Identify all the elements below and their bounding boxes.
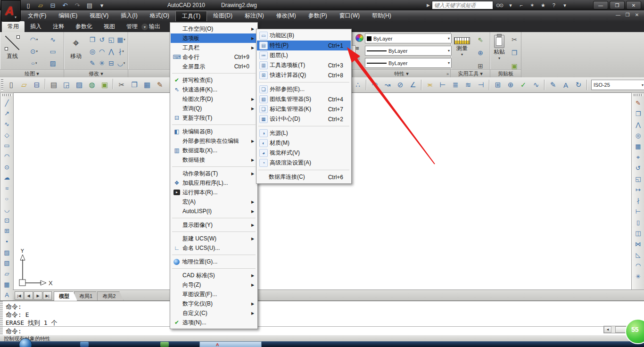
layout-nav-button[interactable]: ▶ [33, 291, 42, 300]
menubar-item-6[interactable]: 工具(T) [175, 11, 207, 21]
help-button[interactable]: ? [548, 0, 559, 10]
tolerance-button[interactable]: ⊞ [492, 79, 504, 91]
color-wheel-icon[interactable] [355, 34, 363, 42]
linetype-dropdown[interactable]: ByLayer▾ [365, 58, 452, 68]
doc-close-button[interactable]: ✕ [634, 12, 640, 17]
scale-button[interactable]: ◱ [633, 174, 644, 184]
ribbon-tab-4[interactable]: 参数化 [70, 21, 98, 32]
search-input[interactable] [432, 1, 493, 9]
menu-item-update-fields[interactable]: ⊟更新字段(T) [171, 113, 257, 123]
properties-panel-label[interactable]: 特性 ▾ [353, 69, 450, 77]
application-menu-button[interactable]: A ▾ [1, 0, 21, 22]
menu-item-properties[interactable]: ▤特性(P)Ctrl+1 [257, 41, 351, 50]
ribbon-tab-6[interactable]: 管理 [121, 21, 143, 32]
array-button[interactable]: ▦▾ [116, 33, 126, 45]
menu-item-dbconnect[interactable]: 数据库连接(C)Ctrl+6 [257, 172, 351, 182]
circle-button[interactable]: ⊙▾ [25, 45, 43, 57]
ribbon-tab-5[interactable]: 视图 [98, 21, 121, 32]
scroll-left-icon[interactable]: ◀ [604, 326, 611, 333]
menu-item-run-script[interactable]: ▸运行脚本(R)... [171, 188, 257, 197]
new-button[interactable]: ▯ [5, 79, 17, 91]
menu-item-spelling[interactable]: ✔拼写检查(E) [171, 75, 257, 85]
menubar-item-9[interactable]: 修改(M) [270, 11, 302, 21]
radius-dimension-button[interactable]: ◠ [369, 79, 381, 91]
ellipse-arc-button[interactable]: ◡ [1, 204, 13, 215]
break-button[interactable]: ◫ [633, 228, 644, 239]
move-button[interactable]: ⌖ [633, 152, 644, 163]
minimize-button[interactable]: — [593, 1, 608, 9]
qplot-button[interactable]: ▤ [84, 0, 95, 10]
clipboard-panel-label[interactable]: 剪贴板 [490, 69, 521, 77]
menu-item-customize[interactable]: 自定义(C)▶ [171, 308, 257, 318]
chamfer-button[interactable]: ◡▾ [116, 57, 126, 69]
taskbar-icon[interactable] [160, 342, 169, 347]
help-dropdown-button[interactable]: ▾ [559, 0, 570, 10]
menu-item-markup-set-manager[interactable]: ❑标记集管理器(K)Ctrl+7 [257, 104, 351, 114]
qopen-button[interactable]: ▱ [35, 0, 46, 10]
layout-tab-2[interactable]: 布局1 [74, 291, 100, 301]
fillet-button[interactable]: ◠ [633, 260, 644, 271]
ribbon-tab-2[interactable]: 插入 [25, 21, 47, 32]
menu-item-drafting-settings[interactable]: 草图设置(F)... [171, 289, 257, 299]
fillet-button[interactable]: ◠ [97, 45, 107, 57]
menubar-item-11[interactable]: 窗口(W) [333, 11, 366, 21]
mirror-button[interactable]: ⋀ [107, 45, 116, 57]
copy-button[interactable]: ❐ [88, 33, 97, 45]
search-dropdown-button[interactable]: ▾ [505, 0, 515, 10]
arc-button[interactable]: ◠ [1, 151, 13, 162]
undo-button[interactable]: ↶ [59, 0, 71, 10]
copy-clip-button[interactable]: ❐ [508, 47, 520, 58]
menu-item-clean-screen[interactable]: 全屏显示Ctrl+0 [171, 62, 257, 71]
hatch-button[interactable]: ▨ [1, 247, 13, 258]
draw-panel-label[interactable]: 绘图 ▾ [0, 69, 64, 77]
qsave-button[interactable]: ⊟ [47, 0, 58, 10]
revision-cloud-button[interactable]: ☁ [1, 172, 13, 183]
menu-item-layer[interactable]: ≔图层(L) [257, 50, 351, 60]
toolbar-grip[interactable] [2, 94, 12, 96]
ellipse-button[interactable]: ○ [1, 194, 13, 205]
menu-item-data-links[interactable]: 数据链接▶ [171, 155, 257, 165]
publish-button[interactable]: ▨ [73, 79, 85, 91]
erase-button[interactable]: ✎ [88, 57, 97, 69]
rectangle-button[interactable]: ▭ [43, 45, 62, 57]
menu-item-lights[interactable]: ◑光源(L) [257, 128, 351, 138]
extend-button[interactable]: ⊢ [633, 206, 644, 217]
layout-tab-3[interactable]: 布局2 [97, 291, 124, 301]
command-prompt[interactable]: 命令: [6, 327, 22, 335]
doc-restore-button[interactable]: ❐ [624, 12, 631, 17]
inspect-dimension-button[interactable]: ✓ [517, 79, 529, 91]
point-button[interactable]: • [1, 236, 13, 247]
mirror-button[interactable]: ⋀ [633, 119, 644, 130]
menu-item-inquiry[interactable]: 查询(Q)▶ [171, 104, 257, 113]
stretch-button[interactable]: ↦ [633, 184, 644, 195]
quick-dimension-button[interactable]: ≍ [424, 79, 436, 91]
menubar-item-3[interactable]: 视图(V) [83, 11, 115, 21]
erase-button[interactable]: ✎ [633, 98, 644, 108]
cut-button[interactable]: ✂ [116, 79, 128, 91]
menubar-item-1[interactable]: 文件(F) [22, 11, 52, 21]
stretch-button[interactable]: ⊟ [107, 57, 116, 69]
favorites-star-button[interactable]: ★ [537, 0, 548, 10]
menubar-item-7[interactable]: 绘图(D) [207, 11, 239, 21]
menu-item-action-recorder[interactable]: 动作录制器(T)▶ [171, 169, 257, 178]
move-button[interactable]: ⌖ 移动 [66, 33, 86, 60]
open-button[interactable]: ▱ [18, 79, 30, 91]
layout-nav-button[interactable]: ◀ [24, 291, 33, 300]
taskbar-icon[interactable] [80, 342, 89, 347]
ribbon-tab-1[interactable]: 常用 [2, 21, 25, 32]
construction-line-button[interactable]: ↗ [1, 108, 13, 119]
join-button[interactable]: ⋈ [633, 239, 644, 249]
menu-item-xref-in-place-edit[interactable]: 外部参照和块在位编辑▶ [171, 136, 257, 146]
menu-item-cad-standards[interactable]: CAD 标准(S)▶ [171, 271, 257, 280]
ellipse-button[interactable]: ○▾ [25, 57, 43, 69]
taskbar-active-app[interactable]: A [199, 341, 262, 347]
spline-button[interactable]: ≈ [1, 183, 13, 194]
toolbar-grip[interactable] [1, 79, 3, 91]
utilities-panel-label[interactable]: 实用工具 ▾ [451, 69, 490, 77]
plot-preview-button[interactable]: ◲ [60, 79, 73, 91]
search-expand-icon[interactable]: ▶ [427, 3, 430, 8]
close-button[interactable]: ✕ [626, 1, 641, 9]
jogged-dimension-button[interactable]: ↝ [381, 79, 394, 91]
scale-button[interactable]: ◱ [107, 33, 116, 45]
plot-button[interactable]: ▤ [48, 79, 60, 91]
